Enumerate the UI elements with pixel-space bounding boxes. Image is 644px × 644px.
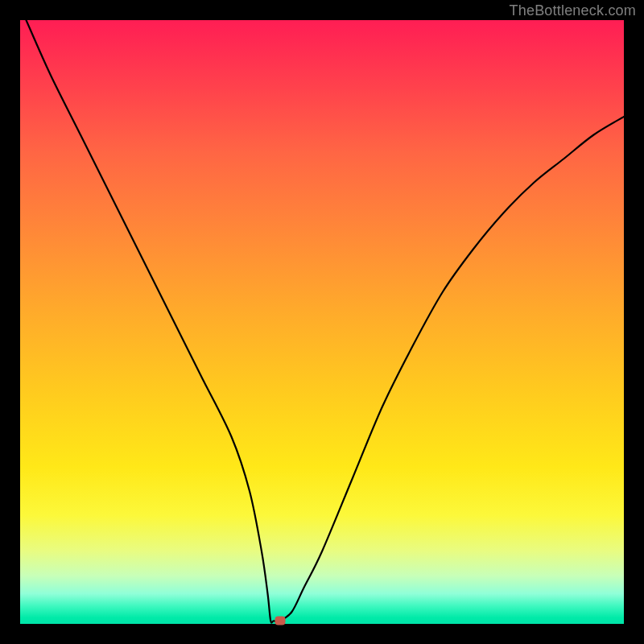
chart-frame: TheBottleneck.com — [0, 0, 644, 644]
optimal-point-marker — [275, 617, 285, 625]
watermark-text: TheBottleneck.com — [510, 2, 636, 19]
curve-layer — [20, 20, 624, 624]
plot-area — [20, 20, 624, 624]
bottleneck-curve — [27, 20, 625, 623]
